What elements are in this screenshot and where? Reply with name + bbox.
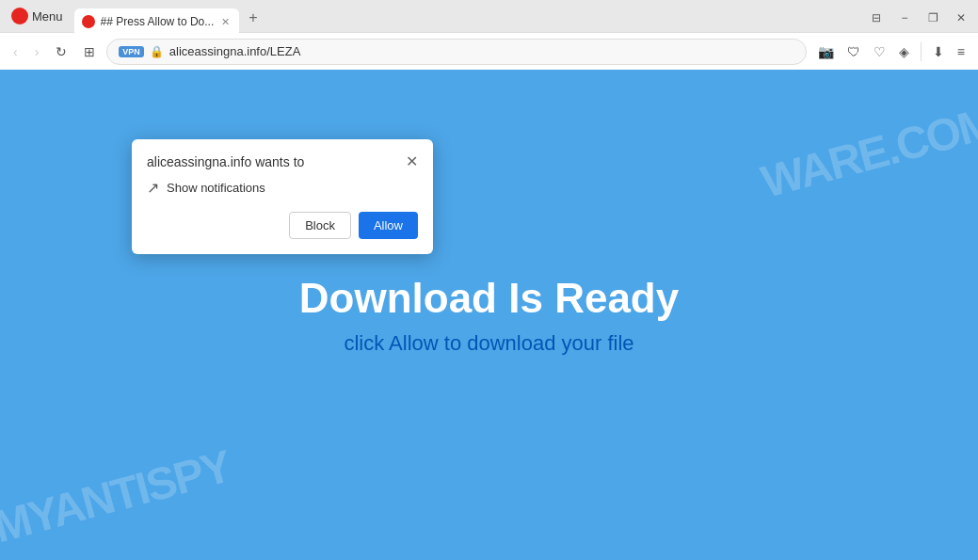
dialog-buttons: Block Allow [147,212,418,239]
new-tab-button[interactable]: + [243,8,263,28]
watermark-bottom: MYANTISPY [0,440,235,553]
window-restore-button[interactable]: ❐ [920,8,946,28]
window-minimize-button[interactable]: − [891,8,918,28]
tab-bar: Menu ## Press Allow to Do... ✕ + ⊟ − ❐ ✕ [0,0,978,32]
allow-button[interactable]: Allow [359,212,418,239]
toolbar-right: 📷 🛡 ♡ ◈ ⬇ ≡ [812,40,970,63]
browser-window: Menu ## Press Allow to Do... ✕ + ⊟ − ❐ ✕… [0,0,978,560]
window-close-button[interactable]: ✕ [948,8,974,28]
close-icon: ✕ [956,11,966,24]
page-title: Download Is Ready [299,275,679,322]
lock-icon: 🔒 [150,45,164,58]
window-controls: ⊟ − ❐ ✕ [863,8,974,28]
vpn-badge: VPN [119,46,144,57]
watermark-top: WARE.COM [756,96,978,208]
opera-menu-button[interactable]: Menu [4,4,71,28]
special-icon: ⊟ [872,11,881,24]
tabs-grid-button[interactable]: ⊞ [78,40,101,63]
notification-dialog: aliceassingna.info wants to ✕ ↗ Show not… [132,139,433,254]
opera-logo-icon [11,8,28,24]
permission-label: Show notifications [167,181,265,195]
window-special-button[interactable]: ⊟ [863,8,890,28]
menu-label: Menu [32,9,63,24]
reload-button[interactable]: ↻ [50,40,72,63]
download-button[interactable]: ⬇ [927,40,950,63]
shield-button[interactable]: 🛡 [842,40,866,63]
url-bar[interactable]: VPN 🔒 aliceassingna.info/LEZA [106,39,806,65]
tab-title: ## Press Allow to Do... [101,15,215,28]
active-tab[interactable]: ## Press Allow to Do... ✕ [74,8,240,35]
heart-button[interactable]: ♡ [868,40,891,63]
settings-button[interactable]: ≡ [952,40,970,63]
tab-close-button[interactable]: ✕ [219,14,232,30]
wallet-button[interactable]: ◈ [893,40,915,63]
tab-favicon-icon [82,15,95,28]
dialog-permission-row: ↗ Show notifications [147,179,418,197]
dialog-title: aliceassingna.info wants to [147,154,304,169]
camera-button[interactable]: 📷 [812,40,840,63]
dialog-header: aliceassingna.info wants to ✕ [147,154,418,169]
toolbar-separator [921,42,922,61]
address-bar: ‹ › ↻ ⊞ VPN 🔒 aliceassingna.info/LEZA 📷 … [0,32,978,70]
url-text: aliceassingna.info/LEZA [169,44,300,58]
dialog-close-button[interactable]: ✕ [406,154,418,169]
block-button[interactable]: Block [289,212,351,239]
page-subtitle: click Allow to download your file [344,331,633,356]
restore-icon: ❐ [928,11,938,24]
notification-permission-icon: ↗ [147,179,159,197]
minimize-icon: − [901,11,907,24]
forward-button[interactable]: › [29,40,45,63]
page-content: WARE.COM MYANTISPY Download Is Ready cli… [0,70,978,560]
back-button[interactable]: ‹ [8,40,24,63]
